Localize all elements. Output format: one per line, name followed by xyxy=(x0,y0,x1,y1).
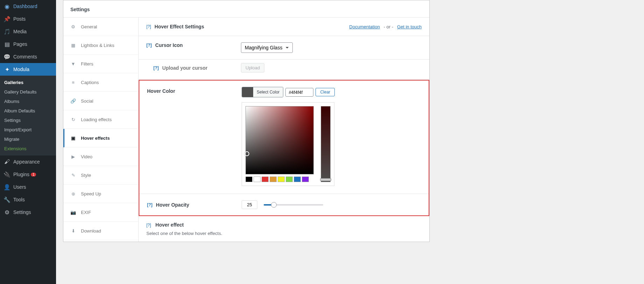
opacity-input[interactable] xyxy=(242,200,257,209)
filter-icon: ▼ xyxy=(70,60,77,67)
submenu-albums[interactable]: Albums xyxy=(0,97,56,106)
submenu-extensions[interactable]: Extensions xyxy=(0,144,56,153)
palette-swatch[interactable] xyxy=(294,176,301,182)
palette-swatch[interactable] xyxy=(270,176,277,182)
palette-swatch[interactable] xyxy=(245,176,252,182)
menu-label: Modula xyxy=(13,67,29,72)
menu-plugins[interactable]: 🔌 Plugins 1 xyxy=(0,168,56,181)
camera-icon: 📷 xyxy=(70,209,77,216)
section-header: [?] Hover Effect Settings Documentation … xyxy=(139,18,429,36)
menu-dashboard[interactable]: ◉ Dashboard xyxy=(0,0,56,13)
palette-swatch[interactable] xyxy=(278,176,285,182)
get-in-touch-link[interactable]: Get in touch xyxy=(397,24,422,29)
tab-loading[interactable]: ↻Loading effects xyxy=(63,110,138,129)
panel-title: Settings xyxy=(63,0,429,18)
opacity-slider[interactable] xyxy=(264,204,323,206)
plugin-icon: 🔌 xyxy=(4,171,11,178)
menu-settings[interactable]: ⚙ Settings xyxy=(0,206,56,219)
hue-bar[interactable] xyxy=(321,106,331,182)
hue-handle[interactable] xyxy=(320,178,331,181)
settings-panel: Settings ⚙General ▦Lightbox & Links ▼Fil… xyxy=(63,0,430,242)
submenu-import-export[interactable]: Import/Export xyxy=(0,125,56,134)
submenu-gallery-defaults[interactable]: Gallery Defaults xyxy=(0,87,56,97)
select-color-button[interactable]: Select Color xyxy=(242,87,283,97)
menu-tools[interactable]: 🔧 Tools xyxy=(0,193,56,206)
tab-label: Loading effects xyxy=(81,117,112,122)
menu-appearance[interactable]: 🖌 Appearance xyxy=(0,155,56,168)
hover-opacity-row: [?] Hover Opacity xyxy=(139,194,429,215)
plugin-badge: 1 xyxy=(31,173,36,176)
tab-social[interactable]: 🔗Social xyxy=(63,92,138,110)
menu-posts[interactable]: 📌 Posts xyxy=(0,13,56,25)
hex-input[interactable] xyxy=(285,88,313,97)
dashboard-icon: ◉ xyxy=(4,3,11,10)
pin-icon: 📌 xyxy=(4,15,11,22)
saturation-box[interactable] xyxy=(245,106,314,174)
upload-button[interactable]: Upload xyxy=(241,63,264,72)
upload-cursor-label: Upload your cursor xyxy=(162,65,207,71)
menu-label: Settings xyxy=(13,209,31,215)
tab-filters[interactable]: ▼Filters xyxy=(63,55,138,73)
help-icon[interactable]: [?] xyxy=(153,65,159,70)
tab-label: Download xyxy=(81,228,101,234)
tab-label: EXIF xyxy=(81,210,91,215)
palette-swatch[interactable] xyxy=(262,176,269,182)
link-icon: 🔗 xyxy=(70,97,77,104)
menu-label: Comments xyxy=(13,54,37,60)
wrench-icon: 🔧 xyxy=(4,196,11,203)
cursor-icon-select[interactable]: Magnifying Glass xyxy=(241,42,293,53)
menu-label: Users xyxy=(13,184,26,190)
tab-speedup[interactable]: ⊕Speed Up xyxy=(63,185,138,203)
media-icon: 🎵 xyxy=(4,28,11,35)
gear-icon: ⚙ xyxy=(70,23,77,30)
hover-effect-description: Select one of the below hover effects. xyxy=(146,231,422,236)
palette-swatch[interactable] xyxy=(302,176,309,182)
tab-download[interactable]: ⬇Download xyxy=(63,222,138,240)
tab-video[interactable]: ▶Video xyxy=(63,147,138,166)
grid-icon: ▦ xyxy=(70,42,77,49)
menu-users[interactable]: 👤 Users xyxy=(0,181,56,193)
tab-label: Speed Up xyxy=(81,191,101,196)
help-icon[interactable]: [?] xyxy=(146,223,151,228)
help-icon[interactable]: [?] xyxy=(147,202,152,207)
wp-admin-sidebar: ◉ Dashboard 📌 Posts 🎵 Media ▤ Pages 💬 Co… xyxy=(0,0,56,284)
palette-swatch[interactable] xyxy=(254,176,261,182)
tab-hover[interactable]: ▣Hover effects xyxy=(63,129,138,147)
caption-icon: ≡ xyxy=(70,79,77,86)
upload-cursor-row: [?] Upload your cursor Upload xyxy=(139,60,429,80)
main-content: Settings ⚙General ▦Lightbox & Links ▼Fil… xyxy=(56,0,644,284)
tab-label: General xyxy=(81,24,97,29)
menu-modula[interactable]: ✦ Modula xyxy=(0,63,56,76)
menu-media[interactable]: 🎵 Media xyxy=(0,25,56,38)
cursor-icon-row: [?] Cursor Icon Magnifying Glass xyxy=(139,36,429,60)
palette-swatch[interactable] xyxy=(286,176,293,182)
help-icon[interactable]: [?] xyxy=(146,24,151,29)
hover-color-label: Hover Color xyxy=(147,88,175,94)
page-icon: ▤ xyxy=(4,41,11,48)
submenu-galleries[interactable]: Galleries xyxy=(0,78,56,87)
tab-exif[interactable]: 📷EXIF xyxy=(63,203,138,222)
tab-lightbox[interactable]: ▦Lightbox & Links xyxy=(63,36,138,55)
tab-label: Hover effects xyxy=(81,136,110,141)
slider-thumb[interactable] xyxy=(271,202,277,208)
help-icon[interactable]: [?] xyxy=(146,43,152,48)
menu-label: Plugins xyxy=(13,172,29,177)
tab-general[interactable]: ⚙General xyxy=(63,18,138,36)
hover-effect-row: [?] Hover effect Select one of the below… xyxy=(139,216,429,242)
menu-label: Posts xyxy=(13,16,26,22)
user-icon: 👤 xyxy=(4,183,11,191)
submenu-album-defaults[interactable]: Album Defaults xyxy=(0,106,56,116)
menu-pages[interactable]: ▤ Pages xyxy=(0,38,56,50)
documentation-link[interactable]: Documentation xyxy=(349,24,380,29)
sliders-icon: ⚙ xyxy=(4,209,11,216)
submenu-migrate[interactable]: Migrate xyxy=(0,134,56,144)
saturation-handle[interactable] xyxy=(244,151,249,156)
tab-captions[interactable]: ≡Captions xyxy=(63,73,138,92)
menu-label: Pages xyxy=(13,41,27,47)
settings-content: [?] Hover Effect Settings Documentation … xyxy=(139,18,429,242)
menu-comments[interactable]: 💬 Comments xyxy=(0,50,56,63)
clear-button[interactable]: Clear xyxy=(316,88,335,96)
tab-label: Social xyxy=(81,98,93,104)
submenu-settings[interactable]: Settings xyxy=(0,116,56,125)
tab-style[interactable]: ✎Style xyxy=(63,166,138,185)
